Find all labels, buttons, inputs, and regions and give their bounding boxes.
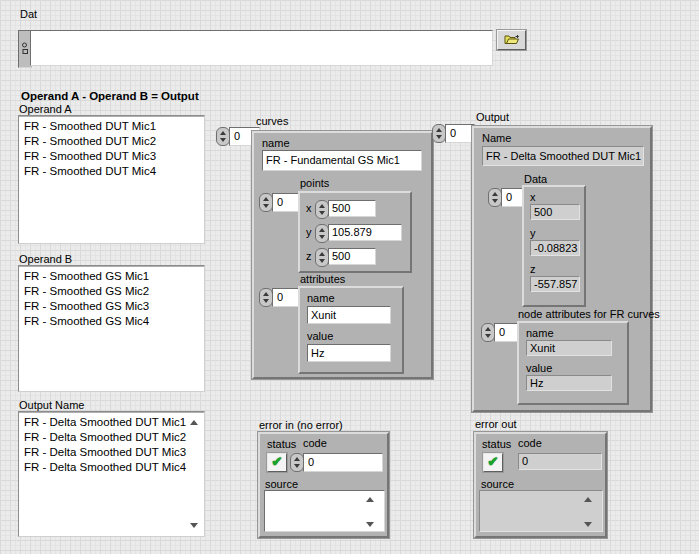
list-item[interactable]: FR - Delta Smoothed DUT Mic3: [24, 445, 204, 460]
list-item[interactable]: FR - Smoothed GS Mic3: [24, 299, 204, 314]
node-attr-name-field: Xunit: [526, 340, 612, 356]
green-check-icon: ✔: [488, 454, 499, 469]
error-in-status-button[interactable]: ✔: [267, 453, 287, 472]
attributes-label: attributes: [300, 273, 345, 285]
error-out-code-label: code: [518, 437, 542, 449]
data-x-label: x: [530, 191, 536, 203]
z-spinner[interactable]: [315, 248, 329, 267]
scroll-down-icon[interactable]: [366, 522, 374, 527]
operand-a-listbox[interactable]: FR - Smoothed DUT Mic1FR - Smoothed DUT …: [18, 115, 205, 244]
error-out-code-field: 0: [518, 453, 602, 470]
error-out-cluster: status code ✔ 0 source: [474, 432, 607, 538]
node-attr-name-label: name: [526, 327, 554, 339]
attributes-cluster: name Xunit value Hz: [298, 286, 404, 374]
error-in-status-label: status: [267, 438, 296, 450]
error-out-label: error out: [475, 418, 517, 430]
output-index-spinner[interactable]: [432, 124, 446, 143]
list-item[interactable]: FR - Delta Smoothed DUT Mic1: [24, 415, 204, 430]
error-in-source-label: source: [265, 478, 298, 490]
z-value-field[interactable]: 500: [328, 248, 376, 265]
error-out-status-label: status: [482, 438, 511, 450]
list-item[interactable]: FR - Smoothed GS Mic2: [24, 284, 204, 299]
y-label: y: [306, 226, 312, 238]
output-label: Output: [476, 111, 509, 123]
y-spinner[interactable]: [315, 224, 329, 243]
attribute-value-field[interactable]: Hz: [307, 344, 391, 362]
curve-name-label: name: [262, 137, 290, 149]
error-in-code-field[interactable]: 0: [303, 453, 383, 472]
curves-cluster: name FR - Fundamental GS Mic1 points 0 x…: [252, 131, 433, 379]
z-label: z: [306, 250, 312, 262]
data-index-spinner[interactable]: [488, 188, 502, 207]
curves-label: curves: [256, 115, 288, 127]
browse-button[interactable]: [497, 30, 526, 50]
list-item[interactable]: FR - Delta Smoothed DUT Mic2: [24, 430, 204, 445]
output-name-label: Output Name: [19, 399, 84, 411]
data-x-field: 500: [530, 204, 580, 220]
path-symbol-icon: [21, 42, 29, 57]
list-item[interactable]: FR - Delta Smoothed DUT Mic4: [24, 460, 204, 475]
list-item[interactable]: FR - Smoothed DUT Mic4: [24, 164, 204, 179]
scroll-up-icon[interactable]: [366, 497, 374, 502]
error-out-status-indicator: ✔: [483, 453, 503, 472]
list-item[interactable]: FR - Smoothed DUT Mic1: [24, 119, 204, 134]
curve-name-field[interactable]: FR - Fundamental GS Mic1: [262, 150, 422, 171]
node-attributes-index-spinner[interactable]: [481, 323, 495, 342]
output-index-field[interactable]: 0: [445, 124, 475, 143]
front-panel: Dat Operand A - Operand B = Output Opera…: [0, 0, 699, 554]
y-value-field[interactable]: 105.879: [328, 224, 402, 241]
operand-b-label: Operand B: [19, 253, 72, 265]
data-y-field: -0.08823: [530, 240, 580, 256]
error-out-source-label: source: [481, 478, 514, 490]
points-label: points: [300, 177, 329, 189]
node-attr-value-field: Hz: [526, 375, 612, 391]
output-name-field: FR - Delta Smoothed DUT Mic1: [482, 146, 644, 166]
error-in-label: error in (no error): [259, 419, 343, 431]
node-attributes-cluster: name Xunit value Hz: [517, 321, 629, 405]
list-item[interactable]: FR - Smoothed GS Mic1: [24, 269, 204, 284]
data-label: Data: [524, 173, 547, 185]
list-item[interactable]: FR - Smoothed DUT Mic3: [24, 149, 204, 164]
path-input[interactable]: [30, 30, 493, 66]
output-name-field-label: Name: [482, 132, 511, 144]
data-z-field: -557.857: [530, 276, 580, 292]
error-in-cluster: status code ✔ 0 source: [258, 432, 389, 538]
output-cluster: Name FR - Delta Smoothed DUT Mic1 Data 0…: [472, 126, 652, 412]
list-item[interactable]: FR - Smoothed GS Mic4: [24, 314, 204, 329]
x-label: x: [306, 202, 312, 214]
error-in-code-spinner[interactable]: [290, 453, 304, 472]
equation-heading: Operand A - Operand B = Output: [21, 90, 199, 102]
scroll-down-icon[interactable]: [584, 522, 592, 527]
scroll-up-icon[interactable]: [584, 497, 592, 502]
curves-index-spinner[interactable]: [216, 127, 230, 146]
operand-a-label: Operand A: [19, 103, 72, 115]
data-y-label: y: [530, 227, 536, 239]
attribute-name-field[interactable]: Xunit: [307, 306, 391, 324]
x-spinner[interactable]: [315, 200, 329, 219]
path-control-label: Dat: [20, 8, 37, 20]
output-name-listbox[interactable]: FR - Delta Smoothed DUT Mic1FR - Delta S…: [18, 411, 205, 537]
node-attr-value-label: value: [526, 362, 552, 374]
list-item[interactable]: FR - Smoothed DUT Mic2: [24, 134, 204, 149]
scroll-down-icon[interactable]: [190, 523, 198, 528]
error-in-code-label: code: [303, 437, 327, 449]
x-value-field[interactable]: 500: [328, 200, 376, 217]
attributes-index-spinner[interactable]: [259, 288, 273, 307]
node-attributes-label: node attributes for FR curves: [518, 308, 660, 320]
open-folder-icon: [504, 34, 520, 47]
points-index-spinner[interactable]: [259, 193, 273, 212]
points-cluster: x 500 y 105.879 z 500: [298, 191, 412, 273]
data-z-label: z: [530, 263, 536, 275]
attribute-value-label: value: [307, 330, 333, 342]
data-cluster: x 500 y -0.08823 z -557.857: [522, 185, 586, 307]
attribute-name-label: name: [307, 292, 335, 304]
scroll-up-icon[interactable]: [190, 420, 198, 425]
operand-b-listbox[interactable]: FR - Smoothed GS Mic1FR - Smoothed GS Mi…: [18, 265, 205, 392]
green-check-icon: ✔: [272, 454, 283, 469]
